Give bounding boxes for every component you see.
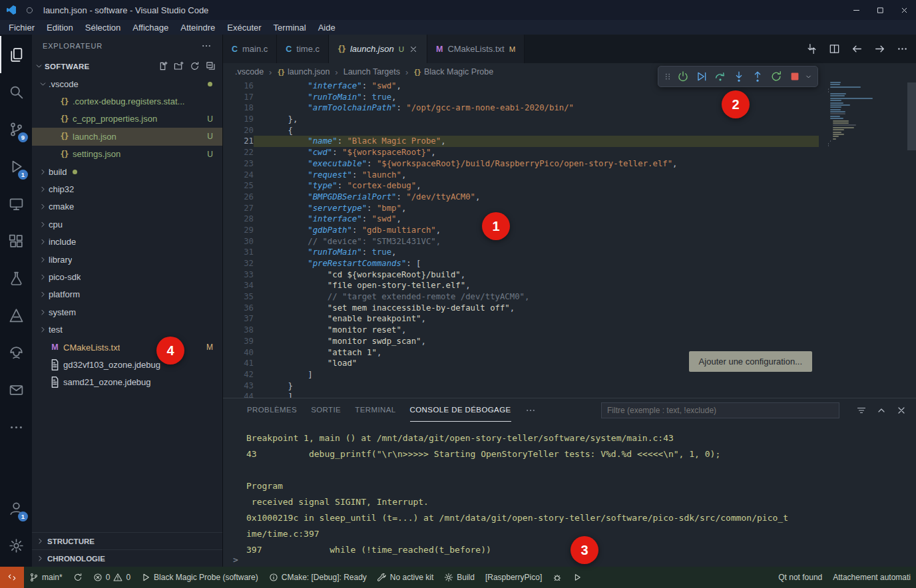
refresh-explorer-icon[interactable]: [190, 61, 200, 71]
panel-tab-problemes[interactable]: PROBLÈMES: [247, 398, 297, 422]
tree-item-launch-json[interactable]: {}launch.jsonU: [32, 128, 222, 145]
code-editor[interactable]: 16 "interface": "swd",17 "runToMain": tr…: [223, 80, 916, 398]
navigate-back-icon[interactable]: [851, 43, 863, 55]
tree-item-system[interactable]: system: [32, 303, 222, 321]
grip-handle-icon[interactable]: [662, 72, 673, 81]
activity-search[interactable]: [0, 73, 32, 110]
more-editor-actions-icon[interactable]: [897, 43, 908, 55]
minimap[interactable]: [825, 82, 907, 147]
chevron-down-icon[interactable]: [805, 73, 813, 80]
status-cmake-status[interactable]: CMake: [Debug]: Ready: [264, 567, 372, 588]
status-build[interactable]: Build: [439, 567, 480, 588]
status-active-kit[interactable]: No active kit: [372, 567, 439, 588]
activity-run-debug[interactable]: 1: [0, 148, 32, 185]
tree-item-c-cpp-properties-json[interactable]: {}c_cpp_properties.jsonU: [32, 110, 222, 128]
status-problems[interactable]: 00: [88, 567, 136, 588]
menu-affichage[interactable]: Affichage: [126, 20, 174, 35]
tree-item-settings-json[interactable]: {}settings.jsonU: [32, 146, 222, 163]
tab-main-c[interactable]: Cmain.c: [223, 35, 277, 63]
menu-fichier[interactable]: Fichier: [3, 20, 41, 35]
panel-more-icon[interactable]: [525, 405, 536, 416]
tree-item-include[interactable]: include: [32, 233, 222, 251]
tree-item-vscode[interactable]: .vscode: [32, 75, 222, 92]
section-chronologie[interactable]: CHRONOLOGIE: [32, 549, 222, 567]
debug-restart-button[interactable]: [768, 69, 785, 84]
menu-edition[interactable]: Edition: [41, 20, 79, 35]
tab-time-c[interactable]: Ctime.c: [277, 35, 329, 63]
menu-selection[interactable]: Sélection: [79, 20, 126, 35]
status-debug-target[interactable]: Black Magic Probe (software): [136, 567, 264, 588]
panel-tab-sortie[interactable]: SORTIE: [311, 398, 341, 422]
editor-content[interactable]: 16 "interface": "swd",17 "runToMain": tr…: [223, 80, 916, 398]
debug-stop-button[interactable]: [786, 69, 803, 84]
new-file-icon[interactable]: [158, 61, 168, 71]
console-lines-icon[interactable]: [856, 405, 867, 416]
activity-explorer[interactable]: [0, 36, 32, 73]
debug-step-out-button[interactable]: [749, 69, 766, 84]
tree-item-cmake[interactable]: cmake: [32, 198, 222, 216]
maximize-panel-icon[interactable]: [876, 405, 887, 416]
split-editor-icon[interactable]: [829, 43, 840, 55]
menu-atteindre[interactable]: Atteindre: [174, 20, 221, 35]
maximize-button[interactable]: [868, 0, 892, 20]
close-icon[interactable]: [409, 45, 418, 54]
tree-item-cpu[interactable]: cpu: [32, 216, 222, 233]
add-configuration-button[interactable]: Ajouter une configuration...: [689, 351, 812, 372]
panel-tab-terminal[interactable]: TERMINAL: [355, 398, 395, 422]
close-panel-icon[interactable]: [896, 405, 907, 416]
tree-item-chip32[interactable]: chip32: [32, 180, 222, 198]
status-remote[interactable]: [0, 567, 24, 588]
close-button[interactable]: [892, 0, 916, 20]
debug-step-into-button[interactable]: [730, 69, 748, 84]
section-structure[interactable]: STRUCTURE: [32, 532, 222, 549]
status-auto-attach[interactable]: Attachement automati: [827, 567, 916, 588]
editor-scrollbar[interactable]: [907, 82, 916, 150]
tree-item-test[interactable]: test: [32, 321, 222, 338]
menu-terminal[interactable]: Terminal: [268, 20, 312, 35]
tab-cmakelists-txt[interactable]: MCMakeLists.txtM: [427, 35, 525, 63]
navigate-forward-icon[interactable]: [874, 43, 885, 55]
debug-step-over-button[interactable]: [712, 69, 729, 84]
debug-continue-button[interactable]: [693, 69, 710, 84]
new-folder-icon[interactable]: [174, 61, 184, 71]
status-qt-status[interactable]: Qt not found: [773, 567, 827, 588]
status-cmake-launch[interactable]: [567, 567, 587, 588]
breadcrumb-launch-json[interactable]: {}launch.json: [277, 67, 330, 76]
menu-aide[interactable]: Aide: [312, 20, 342, 35]
tree-item-pico-sdk[interactable]: pico-sdk: [32, 268, 222, 285]
activity-extensions[interactable]: [0, 222, 32, 259]
activity-settings[interactable]: [0, 527, 32, 564]
activity-testing[interactable]: [0, 259, 32, 297]
breadcrumb-vscode[interactable]: .vscode: [235, 67, 264, 76]
debug-console-output[interactable]: Breakpoint 1, main () at /mnt/data/git/o…: [223, 422, 916, 567]
status-branch[interactable]: main*: [24, 567, 68, 588]
status-cmake-debug[interactable]: [547, 567, 567, 588]
status-sync[interactable]: [68, 567, 88, 588]
tree-item-library[interactable]: library: [32, 251, 222, 268]
tree-item-samd21-ozone-jdebug[interactable]: samd21_ozone.jdebug: [32, 374, 222, 391]
activity-cmake[interactable]: [0, 297, 32, 334]
console-prompt[interactable]: >: [233, 555, 238, 565]
tree-item-build[interactable]: build: [32, 163, 222, 180]
breadcrumb-launch-targets[interactable]: Launch Targets: [344, 67, 400, 76]
activity-platformio[interactable]: [0, 334, 32, 371]
activity-accounts[interactable]: 1: [0, 490, 32, 527]
minimize-button[interactable]: [844, 0, 868, 20]
tree-item-cortex-debug-registers-stat[interactable]: {}.cortex-debug.registers.stat...: [32, 92, 222, 110]
tab-launch-json[interactable]: {}launch.jsonU: [329, 35, 427, 63]
sidebar-more-icon[interactable]: [201, 41, 212, 51]
collapse-folders-icon[interactable]: [206, 61, 216, 71]
compare-changes-icon[interactable]: [806, 43, 817, 55]
panel-tab-console-de-debogage[interactable]: CONSOLE DE DÉBOGAGE: [410, 398, 511, 422]
tree-item-gd32vf103-ozone-jdebug[interactable]: gd32vf103_ozone.jdebug: [32, 356, 222, 373]
activity-source-control[interactable]: 9: [0, 110, 32, 148]
status-variant[interactable]: [RaspberryPico]: [480, 567, 547, 588]
tree-item-cmakelists-txt[interactable]: MCMakeLists.txtM: [32, 339, 222, 356]
menu-executer[interactable]: Exécuter: [221, 20, 267, 35]
tree-item-platform[interactable]: platform: [32, 286, 222, 303]
activity-more[interactable]: [0, 408, 32, 446]
activity-mail[interactable]: [0, 371, 32, 408]
workspace-section-header[interactable]: SOFTWARE: [32, 57, 222, 75]
console-filter-input[interactable]: [601, 402, 839, 418]
breadcrumb-black-magic-probe[interactable]: {}Black Magic Probe: [413, 67, 493, 76]
